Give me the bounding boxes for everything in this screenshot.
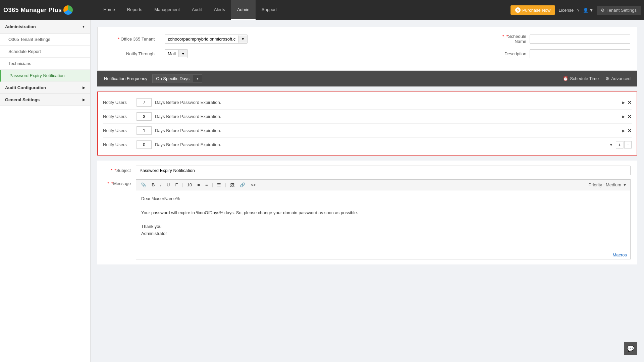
align-button[interactable]: ≡: [204, 182, 209, 188]
notify-row-2: Notify Users Days Before Password Expira…: [103, 110, 632, 124]
body-line1: Dear %userName%: [141, 195, 625, 202]
schedule-time-button[interactable]: ⏰ Schedule Time: [563, 76, 599, 81]
remove-row-button[interactable]: −: [624, 141, 632, 148]
top-navigation: O365 Manager Plus Home Reports Managemen…: [0, 0, 644, 20]
notify-actions-2: ▶ ✕: [622, 114, 632, 119]
nav-home[interactable]: Home: [97, 0, 121, 20]
notify-suffix-4: Days Before Password Expiration.: [155, 142, 609, 147]
nav-right: $ Purchase Now License ? 👤▼ ⚙ Tenant Set…: [511, 5, 641, 15]
notify-days-input-3[interactable]: [137, 126, 152, 135]
link-button[interactable]: 🔗: [238, 182, 247, 188]
frequency-select-wrapper[interactable]: On Specific Days ▼: [152, 74, 202, 83]
chat-button[interactable]: 💬: [624, 342, 637, 355]
schedule-name-label: *ScheduleName: [486, 34, 526, 44]
gear-icon: ⚙: [605, 76, 609, 81]
bold-button[interactable]: B: [150, 182, 156, 188]
notify-days-input-2[interactable]: [137, 112, 152, 121]
remove-row-3-button[interactable]: ✕: [628, 128, 632, 133]
advanced-button[interactable]: ⚙ Advanced: [605, 76, 631, 81]
help-button[interactable]: ?: [577, 8, 579, 13]
settings-gear-icon: ⚙: [601, 8, 605, 13]
arrow-right-icon-3[interactable]: ▶: [622, 128, 625, 133]
macros-link[interactable]: Macros: [136, 251, 630, 259]
italic-button[interactable]: I: [159, 182, 163, 188]
sidebar-item-tenant-settings[interactable]: O365 Tenant Settings: [0, 34, 90, 46]
body-line2: Your password will expire in %noOfDays% …: [141, 209, 625, 217]
nav-audit[interactable]: Audit: [186, 0, 208, 20]
purchase-icon: $: [515, 7, 521, 13]
description-input[interactable]: [530, 49, 630, 58]
plus-minus-controls: + −: [616, 141, 632, 148]
notify-suffix-2: Days Before Password Expiration.: [155, 114, 622, 119]
office365-tenant-label: Office 365 Tenant: [104, 37, 155, 42]
font-button[interactable]: F: [174, 182, 179, 188]
app-title: O365 Manager Plus: [3, 7, 62, 14]
schedule-name-group: *ScheduleName: [258, 34, 630, 44]
add-row-button[interactable]: +: [616, 141, 623, 148]
notify-suffix-1: Days Before Password Expiration.: [155, 100, 622, 105]
sidebar-item-schedule-report[interactable]: Schedule Report: [0, 46, 90, 58]
notify-section: Notify Users Days Before Password Expira…: [97, 92, 637, 156]
priority-select[interactable]: Priority : Medium ▼: [589, 182, 627, 187]
description-group: Description: [198, 49, 630, 58]
notify-users-label-4: Notify Users: [103, 142, 133, 147]
nav-reports[interactable]: Reports: [121, 0, 149, 20]
arrow-right-icon-1[interactable]: ▶: [622, 100, 625, 105]
notify-days-input-4[interactable]: [137, 140, 152, 149]
notify-through-row: Notify Through Mail ▼ Description: [104, 49, 630, 58]
font-size-button[interactable]: 10: [186, 182, 193, 188]
notify-through-select-wrapper[interactable]: Mail ▼: [165, 49, 188, 58]
schedule-name-input[interactable]: [530, 35, 630, 44]
main-layout: Administration ▼ O365 Tenant Settings Sc…: [0, 20, 644, 362]
remove-row-1-button[interactable]: ✕: [628, 100, 632, 105]
freq-right: ⏰ Schedule Time ⚙ Advanced: [563, 76, 631, 81]
subject-message-section: *Subject *Message 📎 B I U F | 10: [97, 161, 637, 264]
frequency-dropdown-arrow[interactable]: ▼: [193, 75, 202, 82]
notify-days-input-1[interactable]: [137, 98, 152, 107]
sidebar-administration-header[interactable]: Administration ▼: [0, 20, 90, 34]
body-line4: Administrator: [141, 230, 625, 237]
sidebar-general-settings-header[interactable]: General Settings ▶: [0, 94, 90, 106]
user-menu-button[interactable]: 👤▼: [583, 8, 594, 13]
content-area: Office 365 Tenant zohocorpadmphybrid.onm…: [91, 20, 644, 362]
subject-input[interactable]: [136, 166, 631, 175]
chevron-right-icon: ▶: [83, 86, 85, 89]
sidebar-item-technicians[interactable]: Technicians: [0, 58, 90, 70]
notify-through-dropdown-arrow[interactable]: ▼: [178, 50, 187, 57]
attachment-button[interactable]: 📎: [140, 182, 148, 188]
subject-label: *Subject: [104, 168, 131, 173]
sidebar-item-password-expiry[interactable]: Password Expiry Notification: [0, 70, 90, 82]
subject-row: *Subject: [104, 166, 631, 175]
notify-users-label-3: Notify Users: [103, 128, 133, 133]
editor-content[interactable]: Dear %userName% Your password will expir…: [136, 190, 630, 251]
notify-through-label: Notify Through: [104, 51, 155, 56]
notify-row-1: Notify Users Days Before Password Expira…: [103, 96, 632, 110]
tenant-select-wrapper[interactable]: zohocorpadmphybrid.onmicrosoft.c ▼: [165, 35, 248, 44]
editor-toolbar: 📎 B I U F | 10 ■ ≡ | ☰ | 🖼 🔗: [136, 180, 630, 190]
nav-admin[interactable]: Admin: [231, 0, 256, 20]
underline-button[interactable]: U: [165, 182, 171, 188]
purchase-now-button[interactable]: $ Purchase Now: [511, 5, 555, 15]
sidebar-audit-config-header[interactable]: Audit Configuration ▶: [0, 82, 90, 94]
arrow-down-icon-4[interactable]: ▼: [609, 142, 613, 147]
nav-support[interactable]: Support: [256, 0, 283, 20]
pm-separator: [624, 141, 624, 148]
image-button[interactable]: 🖼: [229, 182, 236, 188]
remove-row-2-button[interactable]: ✕: [628, 114, 632, 119]
list-button[interactable]: ☰: [216, 182, 222, 188]
code-button[interactable]: <>: [249, 182, 257, 188]
sidebar: Administration ▼ O365 Tenant Settings Sc…: [0, 20, 91, 362]
tenant-settings-button[interactable]: ⚙ Tenant Settings: [597, 6, 641, 15]
nav-management[interactable]: Management: [148, 0, 186, 20]
notify-users-label-1: Notify Users: [103, 100, 133, 105]
license-button[interactable]: License: [558, 8, 574, 13]
priority-dropdown-arrow[interactable]: ▼: [623, 182, 627, 187]
tenant-dropdown-arrow[interactable]: ▼: [238, 36, 247, 43]
toolbar-separator-1: |: [182, 182, 183, 187]
color-button[interactable]: ■: [196, 182, 201, 188]
nav-alerts[interactable]: Alerts: [208, 0, 231, 20]
notification-frequency-bar: Notification Frequency On Specific Days …: [97, 71, 637, 86]
notify-row-4: Notify Users Days Before Password Expira…: [103, 138, 632, 152]
arrow-right-icon-2[interactable]: ▶: [622, 114, 625, 119]
notify-users-label-2: Notify Users: [103, 114, 133, 119]
